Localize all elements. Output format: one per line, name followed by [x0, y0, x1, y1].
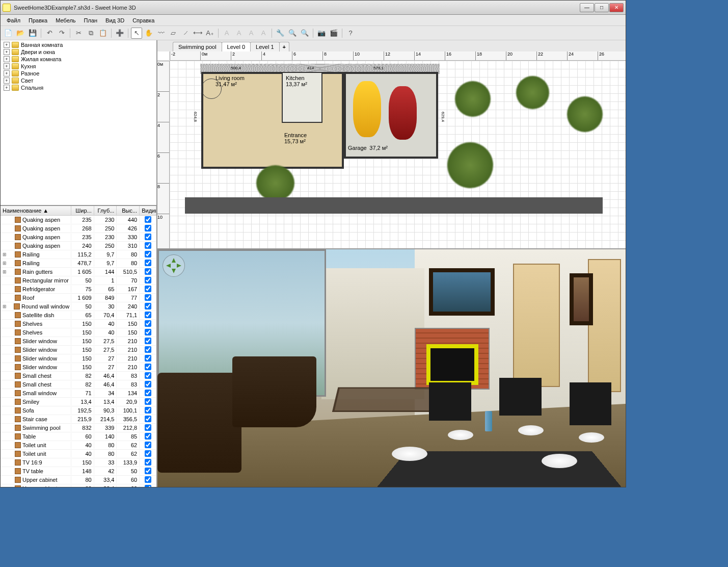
help-icon[interactable]: ?: [345, 28, 356, 39]
visible-checkbox[interactable]: [145, 381, 151, 388]
tree-item[interactable]: +Ванная комната: [2, 41, 155, 48]
visible-checkbox[interactable]: [145, 364, 151, 370]
cut-icon[interactable]: ✂: [73, 28, 84, 39]
visible-checkbox[interactable]: [145, 242, 151, 249]
table-row[interactable]: Slider window15027,5210: [1, 346, 156, 354]
visible-checkbox[interactable]: [145, 320, 151, 327]
visible-checkbox[interactable]: [145, 468, 151, 474]
close-button[interactable]: ✕: [609, 3, 624, 12]
visible-checkbox[interactable]: [145, 433, 151, 440]
menu-edit[interactable]: Правка: [24, 16, 51, 25]
zoom-out-icon[interactable]: 🔍: [287, 28, 298, 39]
paste-icon[interactable]: 📋: [97, 28, 109, 39]
visible-checkbox[interactable]: [145, 312, 151, 318]
expand-icon[interactable]: +: [4, 85, 10, 91]
tab-level-1[interactable]: Level 1: [250, 42, 279, 51]
open-icon[interactable]: 📂: [15, 28, 26, 39]
visible-checkbox[interactable]: [145, 372, 151, 379]
tree-item[interactable]: +Свет: [2, 77, 155, 84]
table-row[interactable]: Toilet unit408062: [1, 441, 156, 450]
table-row[interactable]: Small chest8246,483: [1, 380, 156, 389]
table-row[interactable]: Toilet unit408062: [1, 450, 156, 458]
visible-checkbox[interactable]: [145, 260, 151, 266]
table-row[interactable]: Smiley13,413,420,9: [1, 398, 156, 406]
visible-checkbox[interactable]: [145, 294, 151, 301]
wrench-icon[interactable]: 🔧: [275, 28, 286, 39]
visible-checkbox[interactable]: [145, 416, 151, 422]
table-row[interactable]: Slider window15027210: [1, 354, 156, 363]
visible-checkbox[interactable]: [145, 346, 151, 353]
visible-checkbox[interactable]: [145, 303, 151, 310]
visible-checkbox[interactable]: [145, 398, 151, 405]
table-row[interactable]: Shelves15040150: [1, 320, 156, 328]
table-row[interactable]: Quaking aspen235230330: [1, 233, 156, 242]
table-row[interactable]: Upper cabinet8033,460: [1, 484, 156, 487]
increase-icon[interactable]: A: [246, 28, 257, 39]
tab-level-0[interactable]: Level 0: [222, 42, 251, 51]
visible-checkbox[interactable]: [145, 355, 151, 362]
table-row[interactable]: Slider window15027,5210: [1, 337, 156, 346]
visible-checkbox[interactable]: [145, 390, 151, 396]
visible-checkbox[interactable]: [145, 450, 151, 457]
menu-furniture[interactable]: Мебель: [51, 16, 79, 25]
table-row[interactable]: Satellite dish6570,471,1: [1, 311, 156, 320]
visible-checkbox[interactable]: [145, 459, 151, 466]
visible-checkbox[interactable]: [145, 485, 151, 487]
table-row[interactable]: Slider window15027210: [1, 363, 156, 372]
table-row[interactable]: Swimming pool832339212,8: [1, 424, 156, 432]
add-furniture-icon[interactable]: ➕: [114, 28, 125, 39]
tree-item[interactable]: +Двери и окна: [2, 48, 155, 56]
video-icon[interactable]: 🎬: [328, 28, 339, 39]
plan-canvas[interactable]: -20м246810121416182022242628 0м246810 Li…: [157, 51, 626, 248]
titlebar[interactable]: SweetHome3DExample7.sh3d - Sweet Home 3D…: [1, 1, 626, 15]
expand-icon[interactable]: +: [4, 49, 10, 55]
furniture-list[interactable]: Наименование ▲ Шир... Глуб... Выс... Вид…: [1, 206, 156, 487]
menu-help[interactable]: Справка: [128, 16, 158, 25]
table-row[interactable]: TV 16:915033133,9: [1, 458, 156, 467]
table-row[interactable]: Table6014085: [1, 432, 156, 441]
visible-checkbox[interactable]: [145, 225, 151, 231]
visible-checkbox[interactable]: [145, 286, 151, 292]
tab-add[interactable]: +: [279, 42, 289, 51]
catalog-tree[interactable]: +Ванная комната+Двери и окна+Жилая комна…: [1, 40, 156, 206]
table-row[interactable]: ⊞Round wall window5030240: [1, 302, 156, 311]
table-row[interactable]: Quaking aspen240250310: [1, 242, 156, 250]
decrease-icon[interactable]: A: [258, 28, 269, 39]
table-row[interactable]: Quaking aspen268250426: [1, 224, 156, 233]
visible-checkbox[interactable]: [145, 277, 151, 284]
undo-icon[interactable]: ↶: [44, 28, 55, 39]
zoom-in-icon[interactable]: 🔍: [299, 28, 310, 39]
col-depth[interactable]: Глуб...: [94, 206, 117, 215]
visible-checkbox[interactable]: [145, 268, 151, 275]
nav-compass-icon[interactable]: [163, 254, 185, 277]
redo-icon[interactable]: ↷: [56, 28, 67, 39]
visible-checkbox[interactable]: [145, 442, 151, 448]
polyline-icon[interactable]: ⟋: [180, 28, 191, 39]
tree-item[interactable]: +Жилая комната: [2, 56, 155, 63]
new-icon[interactable]: 📄: [3, 28, 14, 39]
bold-icon[interactable]: A: [221, 28, 232, 39]
tree-item[interactable]: +Разное: [2, 70, 155, 77]
menu-file[interactable]: Файл: [3, 16, 24, 25]
visible-checkbox[interactable]: [145, 407, 151, 414]
expand-icon[interactable]: +: [4, 56, 10, 62]
maximize-button[interactable]: □: [595, 3, 609, 12]
expand-icon[interactable]: +: [4, 70, 10, 76]
pan-icon[interactable]: ✋: [143, 28, 154, 39]
tab-swimming-pool[interactable]: Swimming pool: [173, 42, 222, 51]
table-row[interactable]: Refridgerator7565167: [1, 285, 156, 294]
table-row[interactable]: Stair case215,9214,5356,5: [1, 415, 156, 424]
menu-plan[interactable]: План: [80, 16, 102, 25]
visible-checkbox[interactable]: [145, 476, 151, 483]
expand-icon[interactable]: +: [4, 63, 10, 69]
table-row[interactable]: ⊞Railing115,29,780: [1, 250, 156, 259]
table-row[interactable]: Small window7134134: [1, 389, 156, 398]
table-row[interactable]: Rectangular mirror50170: [1, 276, 156, 285]
expand-icon[interactable]: +: [4, 78, 10, 84]
tree-item[interactable]: +Кухня: [2, 63, 155, 70]
table-row[interactable]: TV table1484250: [1, 467, 156, 476]
table-row[interactable]: Shelves15040150: [1, 328, 156, 337]
col-name[interactable]: Наименование ▲: [1, 206, 71, 215]
floor-plan[interactable]: Living room31,47 м² Kitchen13,37 м² Entr…: [170, 61, 626, 248]
room-icon[interactable]: ▱: [168, 28, 179, 39]
